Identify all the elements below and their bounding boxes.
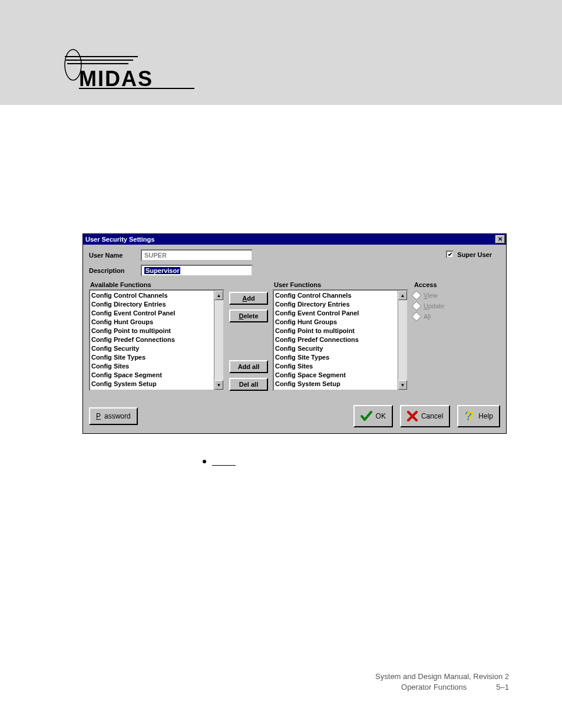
list-item[interactable]: Config Site Types [275, 353, 396, 362]
list-item[interactable]: Config Hunt Groups [91, 318, 213, 327]
del-all-button[interactable]: Del all [229, 378, 268, 391]
scrollbar[interactable]: ▲ ▼ [398, 291, 407, 390]
list-item[interactable]: Config Space Segment [91, 371, 213, 380]
add-all-button[interactable]: Add all [229, 360, 268, 373]
access-all-radio[interactable]: All [413, 313, 460, 320]
scroll-down-icon[interactable]: ▼ [214, 380, 223, 390]
help-button[interactable]: ? ? Help [457, 405, 500, 427]
dialog-titlebar: User Security Settings ✕ [83, 234, 506, 245]
question-icon: ? ? [464, 410, 475, 423]
password-button[interactable]: Password [89, 407, 138, 425]
list-item[interactable]: Config Directory Entries [275, 300, 396, 309]
list-item[interactable]: Config Sites [91, 362, 213, 371]
diamond-icon [412, 301, 422, 311]
list-item[interactable]: Config Security [275, 344, 396, 353]
username-input[interactable]: SUPER [141, 249, 253, 261]
svg-text:?: ? [466, 410, 474, 423]
list-item[interactable]: Config Event Control Panel [91, 309, 213, 318]
list-item[interactable]: Config Video Conferences [91, 388, 213, 390]
available-functions-listbox[interactable]: Config Control ChannelsConfig Directory … [89, 289, 224, 391]
add-button[interactable]: Add [229, 292, 268, 305]
list-item[interactable]: Config Sites [275, 362, 396, 371]
scroll-down-icon[interactable]: ▼ [398, 380, 407, 390]
access-update-radio[interactable]: Update [413, 302, 460, 309]
superuser-label: Super User [457, 251, 492, 258]
check-icon [361, 411, 372, 421]
list-item[interactable]: Config System Setup [275, 380, 396, 388]
list-item[interactable]: Config Control Channels [275, 291, 396, 300]
user-security-settings-dialog: User Security Settings ✕ User Name SUPER… [82, 233, 507, 434]
username-label: User Name [89, 252, 136, 259]
page-header-band: MIDAS [0, 0, 562, 105]
access-view-radio[interactable]: View [413, 292, 460, 299]
close-icon[interactable]: ✕ [495, 235, 505, 243]
page-footer: System and Design Manual, Revision 2 Ope… [375, 671, 509, 693]
list-item[interactable]: Config Hunt Groups [275, 318, 396, 327]
diamond-icon [412, 312, 422, 322]
cancel-button[interactable]: Cancel [400, 405, 450, 427]
access-title: Access [413, 281, 460, 288]
list-item[interactable]: Config Point to multipoint [91, 327, 213, 335]
list-item[interactable]: Config Security [91, 344, 213, 353]
list-item[interactable]: Config Control Channels [91, 291, 213, 300]
list-item[interactable]: Config Predef Connections [275, 335, 396, 344]
scrollbar[interactable]: ▲ ▼ [214, 291, 223, 390]
user-functions-title: User Functions [273, 281, 408, 288]
description-input[interactable]: Supervisor [141, 265, 253, 276]
superuser-checkbox[interactable]: ✔ [446, 251, 454, 258]
list-item[interactable]: Config Directory Entries [91, 300, 213, 309]
ok-button[interactable]: OK [353, 405, 393, 427]
scroll-up-icon[interactable]: ▲ [214, 291, 223, 300]
bullet-icon [203, 460, 206, 463]
footer-section: Operator Functions [401, 682, 467, 693]
user-functions-listbox[interactable]: Config Control ChannelsConfig Directory … [273, 289, 408, 391]
list-item[interactable]: Config Event Control Panel [275, 309, 396, 318]
list-item[interactable]: Config Site Types [91, 353, 213, 362]
scroll-up-icon[interactable]: ▲ [398, 291, 407, 300]
available-functions-title: Available Functions [89, 281, 224, 288]
list-item[interactable]: Config Predef Connections [91, 335, 213, 344]
footer-page-number: 5–1 [496, 682, 509, 693]
footer-line1: System and Design Manual, Revision 2 [375, 671, 509, 682]
x-icon [407, 411, 418, 421]
svg-text:MIDAS: MIDAS [79, 67, 153, 91]
list-item[interactable]: Config Space Segment [275, 371, 396, 380]
body-bullet [203, 457, 509, 466]
diamond-icon [412, 291, 422, 301]
delete-button[interactable]: Delete [229, 309, 268, 322]
list-item[interactable]: Config System Setup [91, 380, 213, 388]
description-label: Description [89, 267, 136, 274]
list-item[interactable]: Config Point to multipoint [275, 327, 396, 335]
dialog-title: User Security Settings [85, 236, 495, 243]
list-item[interactable]: Config Video Conferences [275, 388, 396, 390]
midas-logo: MIDAS [62, 47, 198, 94]
